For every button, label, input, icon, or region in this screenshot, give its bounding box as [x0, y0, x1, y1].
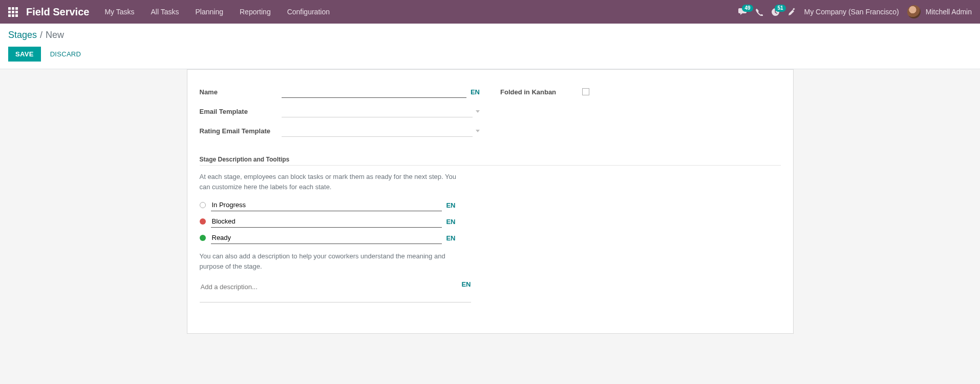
rating-template-input[interactable] — [282, 125, 473, 137]
discard-button[interactable]: DISCARD — [50, 50, 81, 58]
settings-icon[interactable] — [788, 8, 796, 16]
messages-badge: 49 — [742, 5, 753, 12]
breadcrumb: Stages / New — [8, 30, 972, 41]
state-row-ready: EN — [200, 232, 456, 244]
state-dot-red — [200, 218, 206, 225]
navbar-left: Field Service My Tasks All Tasks Plannin… — [8, 6, 738, 18]
form-right-column: Folded in Kanban — [500, 84, 781, 143]
chevron-down-icon[interactable] — [476, 110, 480, 113]
app-brand[interactable]: Field Service — [26, 6, 89, 18]
state-dot-grey — [200, 202, 206, 208]
form-left-column: Name EN Email Template Rating Email Temp… — [200, 84, 480, 143]
nav-reporting[interactable]: Reporting — [240, 8, 271, 16]
state-lang-toggle[interactable]: EN — [446, 201, 455, 209]
company-selector[interactable]: My Company (San Francisco) — [804, 8, 899, 16]
nav-menu: My Tasks All Tasks Planning Reporting Co… — [104, 8, 330, 16]
breadcrumb-separator: / — [40, 30, 42, 41]
chevron-down-icon[interactable] — [476, 130, 480, 132]
activities-badge: 51 — [775, 5, 785, 12]
state-ready-input[interactable] — [211, 232, 442, 244]
user-menu[interactable]: Mitchell Admin — [907, 5, 972, 18]
name-row: Name EN — [200, 84, 480, 99]
folded-checkbox[interactable] — [582, 88, 589, 95]
sheet-wrap: Name EN Email Template Rating Email Temp… — [0, 69, 980, 354]
breadcrumb-current: New — [46, 30, 64, 41]
section-title: Stage Description and Tooltips — [200, 156, 781, 166]
name-input[interactable] — [282, 86, 466, 98]
avatar — [907, 5, 921, 18]
user-name: Mitchell Admin — [926, 8, 972, 16]
nav-planning[interactable]: Planning — [195, 8, 223, 16]
save-button[interactable]: SAVE — [8, 47, 41, 62]
apps-icon[interactable] — [8, 7, 18, 17]
folded-label: Folded in Kanban — [500, 88, 582, 96]
control-bar: Stages / New SAVE DISCARD — [0, 24, 980, 69]
state-blocked-input[interactable] — [211, 215, 442, 228]
top-navbar: Field Service My Tasks All Tasks Plannin… — [0, 0, 980, 24]
nav-my-tasks[interactable]: My Tasks — [104, 8, 134, 16]
navbar-right: 49 51 My Company (San Francisco) Mitchel… — [738, 5, 972, 18]
action-row: SAVE DISCARD — [8, 47, 972, 62]
phone-icon[interactable] — [755, 8, 763, 16]
state-dot-green — [200, 235, 206, 241]
rating-template-row: Rating Email Template — [200, 123, 480, 138]
section-help-1: At each stage, employees can block tasks… — [200, 172, 466, 192]
name-label: Name — [200, 88, 282, 96]
description-row: EN — [200, 280, 471, 293]
nav-configuration[interactable]: Configuration — [287, 8, 330, 16]
email-template-input[interactable] — [282, 105, 473, 117]
state-row-inprogress: EN — [200, 199, 456, 211]
form-columns: Name EN Email Template Rating Email Temp… — [200, 84, 781, 143]
messages-icon[interactable]: 49 — [738, 8, 747, 16]
name-lang-toggle[interactable]: EN — [471, 88, 480, 96]
description-input[interactable] — [200, 280, 458, 293]
activities-icon[interactable]: 51 — [771, 8, 780, 16]
nav-all-tasks[interactable]: All Tasks — [151, 8, 179, 16]
description-underline — [200, 302, 471, 302]
state-lang-toggle[interactable]: EN — [446, 234, 455, 242]
email-template-row: Email Template — [200, 104, 480, 119]
state-row-blocked: EN — [200, 215, 456, 228]
section-help-2: You can also add a description to help y… — [200, 251, 466, 271]
breadcrumb-parent[interactable]: Stages — [8, 30, 37, 41]
state-lang-toggle[interactable]: EN — [446, 218, 455, 226]
folded-row: Folded in Kanban — [500, 84, 781, 99]
description-lang-toggle[interactable]: EN — [461, 280, 471, 288]
email-template-label: Email Template — [200, 108, 282, 115]
form-sheet: Name EN Email Template Rating Email Temp… — [187, 69, 794, 334]
rating-template-label: Rating Email Template — [200, 127, 282, 135]
state-inprogress-input[interactable] — [211, 199, 442, 211]
